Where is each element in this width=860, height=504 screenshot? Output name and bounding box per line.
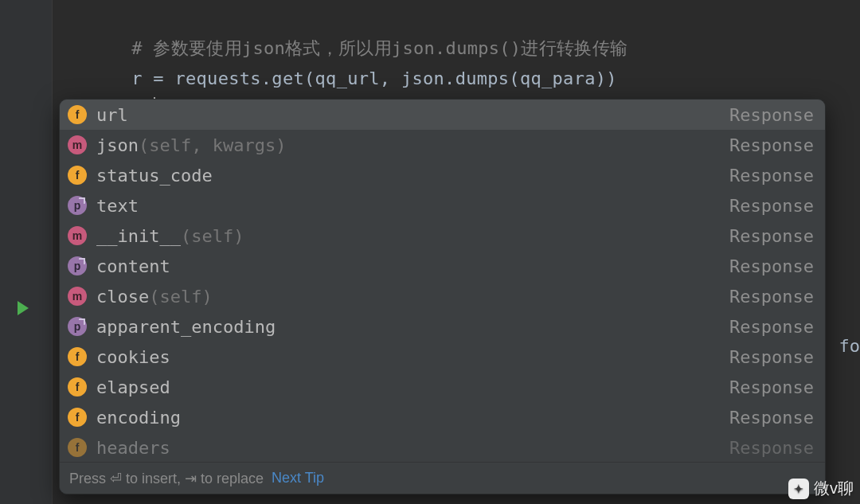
next-tip-link[interactable]: Next Tip — [272, 470, 324, 486]
autocomplete-item-name: status_code — [96, 166, 720, 186]
autocomplete-item-type: Response — [720, 317, 814, 337]
autocomplete-item-name: content — [96, 256, 720, 276]
autocomplete-item[interactable]: f status_code Response — [60, 160, 825, 190]
autocomplete-item-type: Response — [720, 196, 814, 216]
truncated-code-right: fo — [839, 331, 861, 361]
autocomplete-item-name: encoding — [96, 408, 720, 428]
property-icon: p — [68, 256, 87, 275]
field-icon: f — [68, 438, 87, 457]
autocomplete-list[interactable]: f url Response m json(self, kwargs) Resp… — [60, 100, 825, 462]
autocomplete-item[interactable]: m json(self, kwargs) Response — [60, 130, 825, 160]
autocomplete-item-type: Response — [720, 377, 814, 397]
autocomplete-item-name: text — [96, 196, 720, 216]
autocomplete-item[interactable]: f cookies Response — [60, 342, 825, 372]
method-icon: m — [68, 287, 87, 306]
code-editor[interactable]: # 参数要使用json格式，所以用json.dumps()进行转换传输 r = … — [0, 0, 860, 504]
field-icon: f — [68, 105, 87, 124]
autocomplete-item-type: Response — [720, 438, 814, 458]
autocomplete-item-type: Response — [720, 105, 814, 125]
editor-gutter — [0, 0, 53, 504]
autocomplete-item[interactable]: f url Response — [60, 100, 825, 130]
autocomplete-item[interactable]: f elapsed Response — [60, 372, 825, 402]
autocomplete-footer: Press ⏎ to insert, ⇥ to replace Next Tip — [60, 462, 825, 494]
autocomplete-item[interactable]: p content Response — [60, 251, 825, 281]
field-icon: f — [68, 166, 87, 185]
field-icon: f — [68, 377, 87, 397]
autocomplete-item[interactable]: f encoding Response — [60, 402, 825, 432]
autocomplete-item-name: json(self, kwargs) — [96, 135, 720, 155]
autocomplete-item-type: Response — [720, 287, 814, 307]
autocomplete-item[interactable]: p apparent_encoding Response — [60, 311, 825, 342]
autocomplete-item-type: Response — [720, 347, 814, 367]
autocomplete-item-name: apparent_encoding — [96, 317, 720, 337]
field-icon: f — [68, 408, 87, 427]
autocomplete-hint: Press ⏎ to insert, ⇥ to replace — [69, 470, 264, 487]
autocomplete-item[interactable]: m __init__(self) Response — [60, 221, 825, 251]
method-icon: m — [68, 226, 87, 245]
run-gutter-icon[interactable] — [18, 301, 29, 315]
method-icon: m — [68, 135, 87, 154]
property-icon: p — [68, 317, 87, 336]
autocomplete-item-type: Response — [720, 135, 814, 155]
autocomplete-item-type: Response — [720, 166, 814, 186]
autocomplete-item-type: Response — [720, 226, 814, 246]
autocomplete-item[interactable]: p text Response — [60, 190, 825, 221]
autocomplete-item-type: Response — [720, 408, 814, 428]
autocomplete-item-name: url — [96, 105, 720, 125]
property-icon: p — [68, 196, 87, 215]
autocomplete-item[interactable]: m close(self) Response — [60, 281, 825, 311]
autocomplete-item-name: elapsed — [96, 377, 720, 397]
field-icon: f — [68, 347, 87, 366]
autocomplete-item-type: Response — [720, 256, 814, 276]
autocomplete-item-name: cookies — [96, 347, 720, 367]
autocomplete-item-name: headers — [96, 438, 720, 458]
autocomplete-item-name: __init__(self) — [96, 226, 720, 246]
autocomplete-item[interactable]: f headers Response — [60, 432, 825, 462]
autocomplete-popup[interactable]: f url Response m json(self, kwargs) Resp… — [59, 99, 826, 494]
autocomplete-item-name: close(self) — [96, 287, 720, 307]
